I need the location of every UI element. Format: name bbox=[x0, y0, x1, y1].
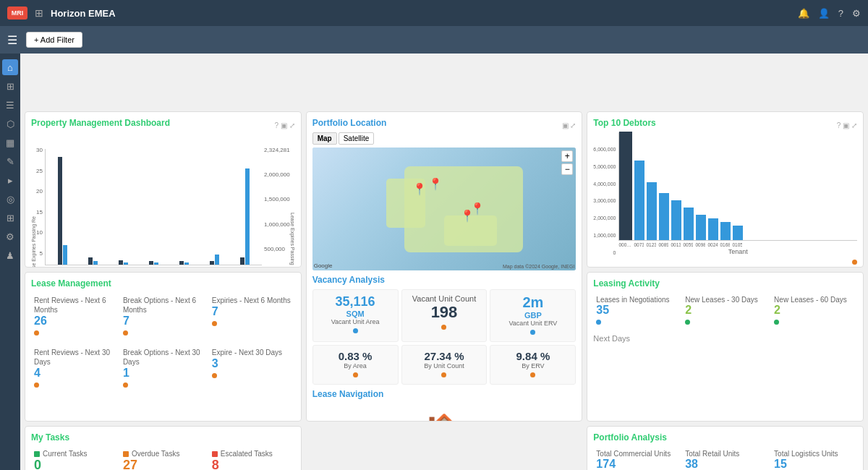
pa-logistics-value: 15 bbox=[774, 458, 854, 470]
sidebar-item-apps[interactable]: ⊞ bbox=[2, 210, 18, 226]
leasing-neg-label: Leases in Negotiations bbox=[596, 296, 676, 304]
pa-logistics: Total Logistics Units 15 bbox=[771, 447, 857, 470]
map-zoom-out[interactable]: − bbox=[561, 163, 573, 175]
task-current: Current Tasks 0 bbox=[31, 447, 117, 470]
map-tab-satellite[interactable]: Satellite bbox=[339, 132, 375, 145]
debtor-bar-8 bbox=[708, 218, 718, 240]
vacancy-dot-2 bbox=[441, 325, 446, 330]
vacancy-cell-sqm: 35,116 SQM Vacant Unit Area bbox=[312, 289, 399, 342]
help-icon[interactable]: ? bbox=[838, 8, 843, 19]
pa-commercial: Total Commercial Units 174 bbox=[593, 447, 679, 470]
sidebar-item-grid[interactable]: ▦ bbox=[2, 134, 18, 150]
vacancy-count-sublabel: Vacant Unit Count bbox=[407, 294, 482, 303]
pa-retail-value: 38 bbox=[685, 458, 765, 470]
lease-dot-6 bbox=[212, 373, 217, 378]
y-right-axis-label: Lease Expiries Passing Rent bbox=[290, 213, 295, 268]
pa-commercial-label: Total Commercial Units bbox=[596, 450, 676, 458]
leasing-dot-3 bbox=[774, 320, 779, 325]
map-zoom-in[interactable]: + bbox=[561, 150, 573, 162]
bar-121-one-year bbox=[231, 149, 259, 265]
sidebar-item-edit[interactable]: ✎ bbox=[2, 153, 18, 169]
pmd-title: Property Management Dashboard bbox=[31, 118, 170, 128]
debtors-chart-area: 6,000,0005,000,0004,000,0003,000,0002,00… bbox=[593, 132, 857, 255]
debtor-bar-9 bbox=[720, 222, 731, 240]
vacancy-erv-value: 2m bbox=[495, 294, 571, 311]
hamburger-icon[interactable]: ☰ bbox=[7, 33, 17, 47]
task-overdue-value: 27 bbox=[123, 458, 203, 470]
debtor-label-5: 0013 bbox=[671, 242, 681, 247]
pa-retail-label: Total Retail Units bbox=[685, 450, 765, 458]
sidebar-item-hex[interactable]: ⬡ bbox=[2, 116, 18, 132]
lease-mgmt-title: Lease Management bbox=[31, 278, 295, 289]
debtor-label-2: 0073 bbox=[634, 242, 644, 247]
bar-within-7-days bbox=[79, 149, 107, 265]
leasing-activity-card: Leasing Activity Leases in Negotiations … bbox=[587, 272, 864, 422]
vacancy-area-pct: 0.83 % bbox=[318, 350, 393, 362]
pa-commercial-value: 174 bbox=[596, 458, 676, 470]
leasing-new30d-value: 2 bbox=[685, 304, 765, 317]
task-overdue: Overdue Tasks 27 bbox=[120, 447, 206, 470]
debtor-bar-1 bbox=[619, 132, 632, 240]
map-pin-1[interactable]: 📍 bbox=[412, 182, 427, 196]
lease-exp6m-label: Expiries - Next 6 Months bbox=[212, 296, 292, 305]
map-tab-map[interactable]: Map bbox=[312, 132, 337, 145]
sidebar-item-dashboard[interactable]: ⊞ bbox=[2, 78, 18, 94]
vacancy-sqm-value: 35,116 bbox=[318, 294, 393, 309]
vacancy-count-pct: 27.34 % bbox=[407, 350, 482, 362]
leasing-grid: Leases in Negotiations 35 New Leases - 3… bbox=[593, 293, 857, 330]
sidebar-item-media[interactable]: ▸ bbox=[2, 172, 18, 188]
lease-rr30d-value: 4 bbox=[34, 367, 114, 380]
pa-units-grid: Total Commercial Units 174 Total Retail … bbox=[593, 447, 857, 470]
debtor-label-4: 0089 bbox=[658, 242, 668, 247]
vacancy-erv-label: Vacant Unit ERV bbox=[495, 320, 571, 327]
sidebar-item-list[interactable]: ☰ bbox=[2, 97, 18, 113]
leasing-neg-value: 35 bbox=[596, 304, 676, 317]
task-overdue-indicator bbox=[123, 451, 129, 457]
top-bar: MRI ⊞ Horizon EMEA 🔔 👤 ? ⚙ bbox=[0, 0, 868, 26]
task-escalated-label: Escalated Tasks bbox=[221, 450, 273, 458]
lease-exp30d-label: Expire - Next 30 Days bbox=[212, 348, 292, 357]
add-filter-button[interactable]: + Add Filter bbox=[26, 32, 82, 48]
map-pin-2[interactable]: 📍 bbox=[428, 177, 443, 191]
pa-logistics-label: Total Logistics Units bbox=[774, 450, 854, 458]
property-management-dashboard-card: Property Management Dashboard ? ▣ ⤢ Leas… bbox=[25, 111, 302, 268]
bell-icon[interactable]: 🔔 bbox=[798, 8, 809, 19]
user-circle[interactable]: 👤 bbox=[818, 8, 830, 19]
lease-rent-review-6m: Rent Reviews - Next 6 Months 26 bbox=[31, 293, 117, 341]
gear-icon[interactable]: ⚙ bbox=[852, 8, 861, 19]
app-title: Horizon EMEA bbox=[51, 8, 116, 19]
debtors-title: Top 10 Debtors bbox=[593, 118, 655, 128]
vacancy-grid: 35,116 SQM Vacant Unit Area Vacant Unit … bbox=[312, 289, 576, 342]
secondary-bar: ☰ + Add Filter bbox=[0, 26, 868, 54]
app-logo: MRI bbox=[7, 7, 27, 20]
bar-31-60-days bbox=[140, 149, 168, 265]
debtor-bar-3 bbox=[647, 182, 657, 240]
leasing-negotiations: Leases in Negotiations 35 bbox=[593, 293, 679, 330]
lease-rr6m-value: 26 bbox=[34, 315, 114, 328]
map-container[interactable]: 📍 📍 📍 📍 Google Map data ©2024 Google, IN… bbox=[312, 148, 576, 270]
debtor-bar-6 bbox=[684, 208, 694, 240]
vacancy-pct-grid: 0.83 % By Area 27.34 % By Unit Count 9.8… bbox=[312, 345, 576, 385]
y-right-axis: 2,324,2812,000,0001,500,0001,000,000500,… bbox=[262, 147, 290, 268]
map-pin-4[interactable]: 📍 bbox=[470, 202, 485, 215]
portfolio-analysis-title: Portfolio Analysis bbox=[593, 432, 857, 443]
debtor-bar-5 bbox=[671, 200, 681, 240]
debtor-bar-7 bbox=[696, 215, 706, 240]
sidebar-item-home[interactable]: ⌂ bbox=[2, 59, 18, 75]
sidebar-item-users[interactable]: ♟ bbox=[2, 247, 18, 263]
chart-bars bbox=[45, 149, 262, 265]
debtors-x-labels: 00000037 0073 0123 0089 0013 0059 0098 0… bbox=[618, 242, 857, 247]
lease-bo6m-value: 7 bbox=[123, 315, 203, 328]
vacancy-count-label2: By Unit Count bbox=[407, 362, 482, 369]
debtors-x-title: Tenant bbox=[618, 248, 857, 255]
lease-navigation-section: Lease Navigation 🏠 bbox=[312, 389, 576, 422]
debtors-chart-wrap: 00000037 0073 0123 0089 0013 0059 0098 0… bbox=[618, 132, 857, 255]
sidebar-item-circle[interactable]: ◎ bbox=[2, 191, 18, 207]
vacancy-dot-5 bbox=[441, 372, 446, 377]
top-debtors-card: Top 10 Debtors ? ▣ ⤢ 6,000,0005,000,0004… bbox=[587, 111, 864, 268]
pmd-chart: Lease Expiries Passing Re 302520151050 bbox=[31, 132, 295, 268]
sidebar: ⌂ ⊞ ☰ ⬡ ▦ ✎ ▸ ◎ ⊞ ⚙ ♟ bbox=[0, 54, 20, 470]
portfolio-title: Portfolio Location bbox=[312, 118, 387, 128]
lease-nav-title: Lease Navigation bbox=[312, 389, 576, 399]
sidebar-item-settings[interactable]: ⚙ bbox=[2, 228, 18, 244]
